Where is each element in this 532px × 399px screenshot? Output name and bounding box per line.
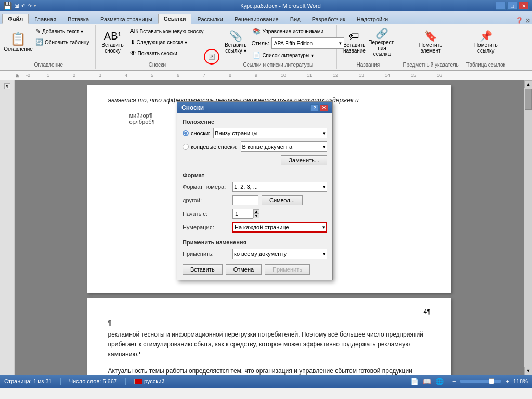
endnotes-radio[interactable]: концевые сноски:: [183, 144, 238, 150]
page-content-main: 4¶ ¶ рекламной тесноты и информационной …: [87, 298, 451, 375]
view-reading-icon[interactable]: 📖: [423, 378, 431, 385]
quick-undo[interactable]: ↶: [21, 3, 25, 9]
numbering-label: Нумерация:: [183, 224, 229, 230]
add-text-button[interactable]: ✎ Добавить текст ▾: [33, 26, 92, 36]
style-value: APA Fifth Edition: [274, 41, 313, 46]
start-row: Начать с: ▲ ▼: [183, 209, 327, 219]
maximize-button[interactable]: □: [507, 2, 517, 10]
apply-button[interactable]: Применить: [265, 264, 310, 275]
zoom-level: 118%: [513, 378, 528, 384]
bibliography-button[interactable]: 📄 Список литературы ▾: [250, 50, 333, 60]
mark-citation-button[interactable]: 📌 Пометитьссылку: [473, 26, 499, 57]
tab-addins[interactable]: Надстройки: [351, 14, 394, 24]
ribbon-content: 📋 Оглавление ✎ Добавить текст ▾ 🔄 Обнови…: [0, 24, 532, 71]
show-fn-icon: 👁: [130, 49, 136, 57]
index-group: 🔖 Пометитьэлемент Предметный указатель: [399, 25, 462, 69]
tab-insert[interactable]: Вставка: [62, 14, 95, 24]
numbering-select[interactable]: На каждой странице ▾: [232, 222, 327, 233]
numbering-row: Нумерация: На каждой странице ▾: [183, 222, 327, 233]
mark-citation-icon: 📌: [479, 30, 492, 42]
close-button[interactable]: ✕: [518, 2, 529, 10]
scroll-up-button[interactable]: ▲: [524, 80, 532, 88]
minimize-button[interactable]: −: [496, 2, 506, 10]
status-bar: Страница: 1 из 31 Число слов: 5 667 русс…: [0, 375, 532, 388]
ribbon-toggle[interactable]: ⊠: [525, 17, 530, 24]
zoom-thumb[interactable]: [489, 378, 494, 384]
vertical-scrollbar[interactable]: ▲ ▼: [524, 80, 532, 375]
tab-home[interactable]: Главная: [29, 14, 62, 24]
view-web-icon[interactable]: 🌐: [435, 378, 444, 385]
dotted-text2: орлброб¶: [129, 119, 180, 125]
mark-entry-button[interactable]: 🔖 Пометитьэлемент: [418, 26, 444, 57]
zoom-slider[interactable]: [460, 380, 501, 383]
status-sep3: [448, 378, 448, 385]
format-section-label: Формат: [183, 172, 327, 178]
apply-arrow-icon: ▾: [323, 251, 326, 256]
other-input[interactable]: [232, 195, 258, 205]
tab-review[interactable]: Рецензирование: [229, 14, 284, 24]
cancel-button[interactable]: Отмена: [226, 264, 262, 275]
tab-view[interactable]: Вид: [284, 14, 306, 24]
dialog-close-button[interactable]: ✕: [320, 104, 328, 111]
tab-layout[interactable]: Разметка страницы: [95, 14, 158, 24]
dialog-title-bar[interactable]: Сноски ? ✕: [177, 102, 332, 113]
tab-developer[interactable]: Разработчик: [306, 14, 351, 24]
insert-citation-button[interactable]: 📎 Вставитьссылку ▾: [223, 26, 249, 57]
next-footnote-button[interactable]: ⬇ Следующая сноска ▾: [127, 37, 206, 47]
toc-icon: 📋: [10, 32, 26, 46]
symbol-button[interactable]: Символ...: [262, 195, 303, 205]
status-sep2: [125, 378, 126, 385]
tab-mailings[interactable]: Рассылки: [191, 14, 228, 24]
position-section-label: Положение: [183, 119, 327, 125]
dialog-buttons: Вставить Отмена Применить: [183, 264, 327, 275]
cross-reference-button[interactable]: 🔗 Перекрест-ная ссылка: [369, 26, 395, 57]
insert-caption-button[interactable]: 🏷 Вставитьназвание: [341, 26, 367, 57]
insert-button[interactable]: Вставить: [183, 264, 223, 275]
body-text1: рекламной тесноты и информационной перег…: [108, 331, 423, 358]
insert-endnote-button[interactable]: AB Вставить концевую сноску: [127, 26, 206, 36]
update-table-button[interactable]: 🔄 Обновить таблицу: [33, 37, 92, 47]
footnote-position-select[interactable]: Внизу страницы ▾: [213, 128, 327, 138]
zoom-in-icon[interactable]: +: [505, 378, 509, 384]
tab-file[interactable]: Файл: [2, 14, 29, 24]
start-spinner[interactable]: ▲ ▼: [253, 209, 259, 218]
dialog-title-text: Сноски: [181, 104, 204, 111]
replace-button[interactable]: Заменить...: [281, 155, 327, 165]
body-text2-part1: Актуальность темы работы определяется те…: [108, 367, 412, 375]
footnotes-radio[interactable]: сноски:: [183, 130, 210, 136]
view-print-icon[interactable]: 📄: [410, 378, 419, 385]
page-number: 4¶: [423, 308, 430, 315]
num-format-label: Формат номера:: [183, 184, 229, 190]
start-input[interactable]: [232, 209, 253, 219]
spin-down-button[interactable]: ▼: [253, 214, 259, 218]
insert-footnote-button[interactable]: AB¹ Вставитьсноску: [100, 26, 126, 57]
footnotes-dialog-launcher[interactable]: ↗: [209, 54, 215, 60]
sources-icon: 📚: [253, 28, 261, 35]
dialog-help-button[interactable]: ?: [310, 104, 319, 111]
scroll-down-button[interactable]: ▼: [524, 367, 532, 375]
zoom-out-icon[interactable]: −: [452, 378, 456, 384]
ribbon-tabs: Файл Главная Вставка Разметка страницы С…: [0, 11, 532, 24]
endnote-position-select[interactable]: В конце документа ▾: [241, 141, 327, 152]
toc-button[interactable]: 📋 Оглавление: [5, 26, 31, 57]
style-label: Стиль:: [251, 40, 269, 46]
language-flag: русский: [134, 378, 164, 384]
quick-redo[interactable]: ↷: [28, 3, 32, 9]
apply-select[interactable]: ко всему документу ▾: [232, 249, 327, 259]
title-bar: 💾 🖫 ↶ ↷ ▾ Курс.ра6.docx - Microsoft Word…: [0, 0, 532, 11]
footnotes-dialog: Сноски ? ✕ Положение сноски: Внизу стран…: [177, 101, 333, 280]
dialog-separator1: [183, 169, 327, 169]
help-button[interactable]: ❓: [516, 17, 523, 24]
formatting-marks[interactable]: ¶: [4, 83, 10, 89]
start-label: Начать с:: [183, 211, 229, 217]
quick-save[interactable]: 🖫: [14, 3, 19, 9]
sidebar-left: ¶: [0, 80, 15, 375]
num-format-select[interactable]: 1, 2, 3, ... ▾: [232, 182, 327, 192]
spin-up-button[interactable]: ▲: [253, 209, 259, 214]
show-footnotes-button[interactable]: 👁 Показать сноски: [127, 48, 206, 58]
tab-references[interactable]: Ссылки: [158, 14, 192, 24]
manage-sources-button[interactable]: 📚 Управление источниками: [250, 26, 333, 36]
crossref-icon: 🔗: [375, 27, 388, 40]
scroll-thumb[interactable]: [525, 89, 532, 110]
citation-style-combo[interactable]: APA Fifth Edition ▾: [271, 37, 344, 49]
